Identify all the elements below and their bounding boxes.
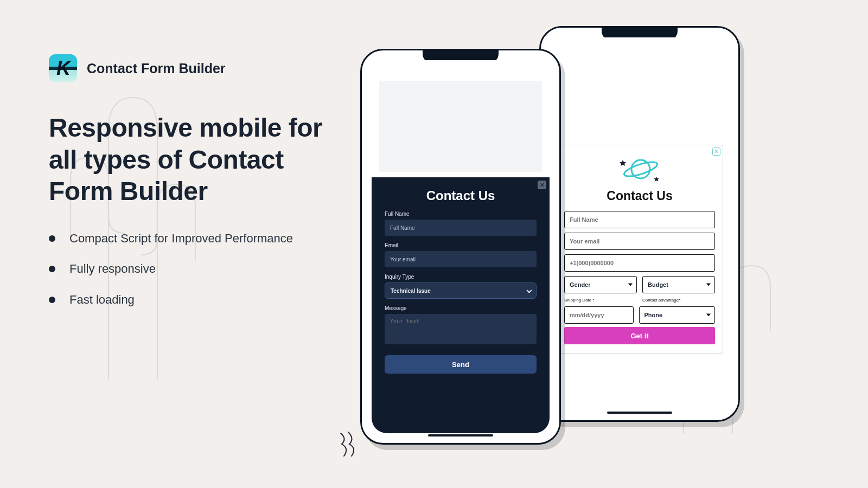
fullname-input[interactable] [385,220,537,236]
chevron-down-icon [527,288,532,293]
email-input[interactable] [564,233,715,250]
phone-mockup-light: ✕ Contact Us Gender Budget Shipping Date… [539,26,740,422]
shipdate-input[interactable] [564,306,634,324]
brand-title: Contact Form Builder [87,61,226,76]
headline: Responsive mobile for all types of Conta… [49,112,353,208]
inquiry-select[interactable]: Technical Issue [385,282,537,299]
submit-button[interactable]: Get it [564,327,715,344]
gender-select[interactable]: Gender [564,276,637,293]
close-icon[interactable]: ✕ [712,147,720,156]
svg-point-1 [623,159,659,179]
contact-label: Contact advantage* [642,298,715,303]
squiggle-decor [337,431,359,458]
phone-mockup-dark: ✕ Contact Us Full Name Email Inquiry Typ… [360,49,561,445]
phone-input[interactable] [564,254,715,272]
svg-marker-3 [654,177,659,182]
feature-item: Fully responsive [49,261,353,278]
phone-homebar [428,434,493,436]
feature-item: Compact Script for Improved Performance [49,230,353,247]
fullname-label: Full Name [385,211,537,217]
feature-list: Compact Script for Improved Performance … [49,230,353,309]
chevron-down-icon [628,284,633,286]
brand-row: K Contact Form Builder [49,54,353,82]
email-label: Email [385,242,537,248]
app-logo: K [49,54,77,82]
phone-homebar [607,412,672,414]
chevron-down-icon [706,284,711,286]
message-label: Message [385,305,537,311]
form-title: Contact Us [564,189,715,203]
message-textarea[interactable] [385,314,537,344]
chevron-down-icon [706,314,711,317]
email-input[interactable] [385,251,537,267]
feature-item: Fast loading [49,292,353,309]
contact-select[interactable]: Phone [639,306,716,324]
planet-icon [616,154,663,184]
submit-button[interactable]: Send [385,355,537,374]
form-title: Contact Us [385,188,537,203]
inquiry-label: Inquiry Type [385,274,537,280]
shipdate-label: Shipping Date * [564,298,637,303]
close-icon[interactable]: ✕ [538,181,546,189]
hero-placeholder [379,81,542,172]
budget-select[interactable]: Budget [642,276,715,293]
fullname-input[interactable] [564,211,715,228]
svg-marker-2 [620,160,626,166]
contact-form-dark: ✕ Contact Us Full Name Email Inquiry Typ… [372,177,550,433]
contact-form-light: ✕ Contact Us Gender Budget Shipping Date… [556,145,723,354]
